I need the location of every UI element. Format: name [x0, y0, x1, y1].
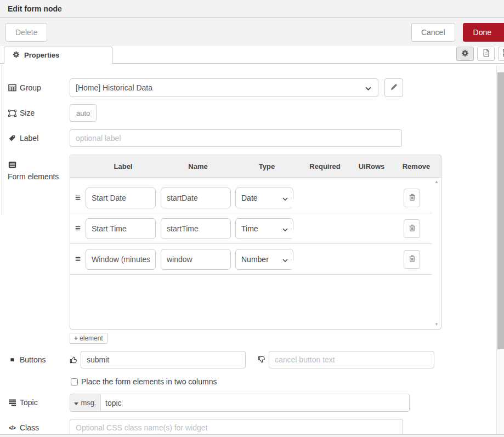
element-label-cell: [86, 188, 161, 208]
buttons-row: ■ Buttons: [8, 351, 496, 368]
editor-view-buttons: [456, 47, 504, 61]
remove-element-button[interactable]: [404, 189, 420, 207]
table-icon: [8, 84, 16, 92]
group-row: Group [Home] Historical Data: [8, 78, 496, 97]
thumbs-up-icon: [70, 356, 77, 364]
group-select[interactable]: [Home] Historical Data: [70, 78, 378, 97]
trash-icon: [409, 254, 416, 264]
element-type-select[interactable]: Date: [235, 188, 293, 208]
table-scrollbar[interactable]: ▲ ▼: [433, 180, 440, 327]
element-type-select[interactable]: Number: [235, 249, 293, 270]
add-element-row: + element: [70, 333, 496, 344]
caret-down-icon: [74, 399, 78, 407]
chevron-down-icon: [282, 224, 288, 233]
tab-bar: Properties: [0, 46, 504, 64]
chevron-down-icon: [365, 83, 371, 92]
properties-view-button[interactable]: [456, 47, 474, 61]
topic-row: Topic msg.: [8, 394, 496, 412]
element-name-cell: [161, 218, 235, 239]
drag-handle[interactable]: ≡: [70, 224, 86, 233]
square-icon: ■: [8, 356, 16, 363]
tasks-icon: [8, 399, 16, 406]
edit-group-button[interactable]: [384, 78, 403, 97]
tab-properties[interactable]: Properties: [4, 47, 112, 64]
thumbs-down-icon: [258, 356, 265, 364]
topic-input[interactable]: [101, 394, 409, 411]
delete-button[interactable]: Delete: [5, 23, 47, 42]
column-required: Required: [298, 162, 352, 171]
element-label-input[interactable]: [86, 218, 156, 239]
size-label: Size: [20, 108, 35, 118]
properties-panel: Group [Home] Historical Data: [0, 64, 496, 434]
form-element-row: ≡ Number: [70, 244, 432, 275]
form-element-row: ≡ Date: [70, 183, 432, 213]
page-scrollbar[interactable]: [496, 64, 504, 434]
group-label: Group: [20, 83, 41, 93]
chevron-down-icon: [282, 194, 288, 202]
class-label-wrap: </> Class: [8, 423, 70, 433]
dialog-header: Edit form node: [0, 0, 504, 18]
toggle-knob: [288, 230, 297, 239]
element-label-cell: [86, 218, 161, 239]
toggle-knob: [288, 260, 297, 269]
element-type-select[interactable]: Time: [235, 218, 293, 239]
element-name-cell: [161, 188, 235, 208]
element-name-input[interactable]: [161, 188, 231, 208]
drag-handle[interactable]: ≡: [70, 193, 86, 202]
form-elements-label-wrap: Form elements: [8, 155, 63, 181]
document-icon: [483, 49, 490, 59]
submit-button-text-input[interactable]: [81, 351, 246, 368]
label-input[interactable]: [70, 129, 402, 147]
element-name-input[interactable]: [161, 249, 231, 270]
cancel-button[interactable]: Cancel: [411, 23, 455, 42]
group-label-wrap: Group: [8, 83, 70, 93]
topic-typed-input: msg.: [70, 394, 410, 412]
dialog-action-bar: Delete Cancel Done: [0, 18, 504, 46]
group-select-value: [Home] Historical Data: [76, 83, 152, 92]
size-auto-button[interactable]: auto: [70, 104, 97, 122]
form-element-row: ≡ Time: [70, 213, 432, 244]
label-label-wrap: Label: [8, 133, 70, 143]
description-view-button[interactable]: [477, 47, 495, 61]
page-scrollbar-thumb[interactable]: [497, 72, 504, 349]
list-alt-icon: [8, 161, 16, 168]
topic-type-select[interactable]: msg.: [70, 394, 101, 411]
add-element-button[interactable]: + element: [70, 333, 107, 344]
scroll-up-icon[interactable]: ▲: [434, 180, 439, 184]
scroll-down-icon[interactable]: ▼: [434, 322, 439, 327]
appearance-view-button[interactable]: [498, 47, 504, 61]
column-remove: Remove: [392, 162, 441, 171]
drag-handle[interactable]: ≡: [70, 254, 86, 264]
two-columns-label: Place the form elements in two columns: [81, 377, 217, 386]
cancel-button-text-input[interactable]: [269, 351, 434, 368]
gear-icon: [461, 49, 469, 59]
column-label: Label: [86, 162, 161, 171]
object-group-icon: [8, 110, 16, 117]
gear-icon: [13, 51, 20, 60]
two-columns-checkbox[interactable]: [71, 378, 78, 385]
topic-prefix-label: msg.: [81, 399, 96, 407]
tab-properties-label: Properties: [24, 51, 59, 59]
element-label-input[interactable]: [86, 188, 156, 208]
element-type-value: Time: [241, 224, 258, 233]
element-label-input[interactable]: [86, 249, 156, 270]
element-name-input[interactable]: [161, 218, 231, 239]
buttons-label-wrap: ■ Buttons: [8, 355, 70, 365]
remove-element-button[interactable]: [404, 219, 420, 238]
dialog-title: Edit form node: [8, 4, 62, 13]
element-type-value: Number: [241, 255, 269, 264]
form-elements-body: ≡ Date: [70, 178, 441, 329]
element-label-cell: [86, 249, 161, 270]
topic-label: Topic: [20, 398, 38, 407]
plus-icon: +: [74, 334, 78, 342]
trash-icon: [409, 224, 416, 234]
form-elements-body-rows: ≡ Date: [70, 183, 432, 275]
done-button[interactable]: Done: [463, 23, 504, 42]
element-remove-cell: [392, 250, 432, 269]
element-remove-cell: [392, 189, 432, 207]
code-icon: </>: [8, 424, 16, 432]
column-name: Name: [161, 162, 235, 171]
element-name-cell: [161, 249, 235, 270]
buttons-label: Buttons: [20, 355, 46, 365]
remove-element-button[interactable]: [404, 250, 420, 269]
